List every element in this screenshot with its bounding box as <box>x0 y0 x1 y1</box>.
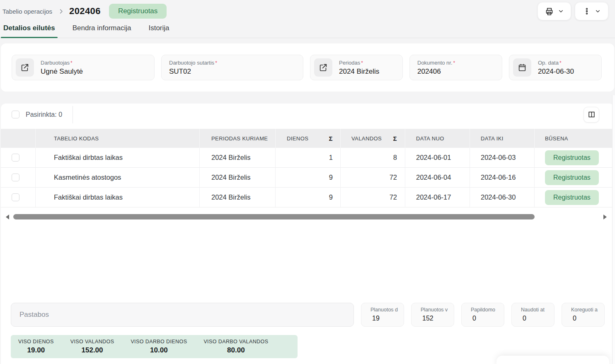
total-viso-darbo-valandos: VISO DARBO VALANDOS 80.00 <box>203 339 268 354</box>
required-asterisk: * <box>70 60 73 66</box>
breadcrumb-chevron-icon <box>58 8 64 14</box>
stat-value: 0 <box>562 315 604 322</box>
stat-box-corrected: Koreguoti a 0 <box>562 303 605 327</box>
sum-icon[interactable]: Σ <box>393 135 397 142</box>
table-row[interactable]: Faktiškai dirbtas laikas 2024 Birželis 9… <box>1 188 614 207</box>
row-checkbox[interactable] <box>12 154 19 162</box>
stat-label: Planuotos d <box>361 307 404 313</box>
print-button[interactable] <box>538 2 571 20</box>
column-header-tabelio-kodas[interactable]: TABELIO KODAS <box>36 129 200 148</box>
cell-data-iki: 2024-06-30 <box>470 188 535 207</box>
column-header-data-nuo[interactable]: DATA NUO <box>405 129 470 148</box>
footer-inputs-row: Planuotos d 19 Planuotos v 152 Papildomo… <box>11 303 605 327</box>
chevron-down-icon <box>595 9 600 14</box>
required-asterisk: * <box>453 60 455 66</box>
stat-box-used-vacation: Naudoti at 0 <box>511 303 554 327</box>
printer-icon <box>545 7 554 16</box>
cell-data-iki: 2024-06-03 <box>470 148 535 167</box>
period-value: 2024 Birželis <box>339 67 379 76</box>
document-number-field[interactable]: Dokumento nr.* 202406 <box>409 55 502 80</box>
table-row[interactable]: Faktiškai dirbtas laikas 2024 Birželis 1… <box>1 148 614 168</box>
cell-data-nuo: 2024-06-17 <box>405 188 470 207</box>
stat-box-planned-days: Planuotos d 19 <box>361 303 404 327</box>
column-header-busena[interactable]: BŪSENA <box>535 129 614 148</box>
more-actions-button[interactable] <box>575 2 608 20</box>
table-header-row: TABELIO KODAS PERIODAS KURIAME DIENOSΣ V… <box>1 129 614 148</box>
select-all-checkbox[interactable] <box>12 111 19 118</box>
cell-dienos: 9 <box>276 168 341 187</box>
header-actions <box>538 2 608 20</box>
total-value: 19.00 <box>18 346 54 354</box>
toolbar-divider <box>73 106 73 123</box>
column-header-valandos[interactable]: VALANDOSΣ <box>341 129 405 148</box>
column-header-periodas[interactable]: PERIODAS KURIAME <box>200 129 276 148</box>
employee-field[interactable]: Darbuotojas* Ugnė Saulytė <box>12 55 155 80</box>
cell-tabelio-kodas: Kasmetinės atostogos <box>36 168 200 187</box>
stat-value: 19 <box>361 315 404 322</box>
field-label: Op. data* <box>538 60 574 66</box>
stat-label: Planuotos v <box>412 307 454 313</box>
cell-tabelio-kodas: Faktiškai dirbtas laikas <box>36 188 200 207</box>
row-status-badge: Registruotas <box>545 190 599 205</box>
total-label: VISO DIENOS <box>18 339 54 345</box>
total-value: 80.00 <box>203 346 268 354</box>
row-checkbox[interactable] <box>12 193 19 201</box>
tab-detalios-eilutes[interactable]: Detalios eilutės <box>2 24 56 38</box>
stat-box-additional: Papildomo 0 <box>461 303 504 327</box>
totals-summary-bar: VISO DIENOS 19.00 VISO VALANDOS 152.00 V… <box>11 335 298 358</box>
total-label: VISO VALANDOS <box>70 339 114 345</box>
required-asterisk: * <box>361 60 363 66</box>
field-label: Periodas* <box>339 60 379 66</box>
total-viso-valandos: VISO VALANDOS 152.00 <box>70 339 114 354</box>
cell-periodas: 2024 Birželis <box>200 148 276 167</box>
cell-data-iki: 2024-06-16 <box>470 168 535 187</box>
cell-periodas: 2024 Birželis <box>200 188 276 207</box>
column-settings-button[interactable] <box>584 107 599 123</box>
chevron-down-icon <box>558 9 564 14</box>
row-status-badge: Registruotas <box>545 170 599 185</box>
horizontal-scrollbar <box>1 212 614 222</box>
period-field[interactable]: Periodas* 2024 Birželis <box>310 55 403 80</box>
columns-icon <box>588 111 596 118</box>
external-link-icon[interactable] <box>314 58 332 77</box>
table-row[interactable]: Kasmetinės atostogos 2024 Birželis 9 72 … <box>1 168 614 188</box>
horizontal-scrollbar-thumb[interactable] <box>13 214 535 219</box>
notes-input[interactable] <box>11 303 354 327</box>
vertical-scrollbar-track[interactable] <box>612 95 615 364</box>
contract-field[interactable]: Darbuotojo sutartis* SUT02 <box>161 55 303 80</box>
stat-value: 0 <box>462 315 504 322</box>
required-asterisk: * <box>215 60 217 66</box>
column-header-data-iki[interactable]: DATA IKI <box>470 129 535 148</box>
tab-istorija[interactable]: Istorija <box>148 24 170 38</box>
document-number-value: 202406 <box>417 67 455 76</box>
operation-date-value: 2024-06-30 <box>538 67 574 76</box>
field-label: Dokumento nr.* <box>417 60 455 66</box>
tab-bendra-informacija[interactable]: Bendra informacija <box>72 24 132 38</box>
cell-valandos: 72 <box>341 168 405 187</box>
contract-value: SUT02 <box>169 67 217 76</box>
column-header-dienos[interactable]: DIENOSΣ <box>276 129 341 148</box>
stat-label: Naudoti at <box>512 307 554 313</box>
cell-dienos: 9 <box>276 188 341 207</box>
cell-valandos: 72 <box>341 188 405 207</box>
external-link-icon[interactable] <box>16 58 34 77</box>
scroll-right-arrow-icon[interactable] <box>603 215 607 219</box>
breadcrumb-root[interactable]: Tabelio operacijos <box>2 8 52 15</box>
field-label: Darbuotojas* <box>41 60 83 66</box>
field-label: Darbuotojo sutartis* <box>169 60 217 66</box>
row-checkbox[interactable] <box>12 174 19 181</box>
selected-count-label: Pasirinkta: 0 <box>26 111 62 118</box>
sum-icon[interactable]: Σ <box>329 135 333 142</box>
detail-lines-card: Pasirinkta: 0 TABELIO KODAS PERIODAS KUR… <box>1 104 614 364</box>
total-viso-darbo-dienos: VISO DARBO DIENOS 10.00 <box>131 339 187 354</box>
employee-value: Ugnė Saulytė <box>41 67 83 76</box>
stat-value: 152 <box>412 315 454 322</box>
calendar-icon[interactable] <box>513 58 531 77</box>
cell-data-nuo: 2024-06-04 <box>405 168 470 187</box>
bottom-right-floating-panel <box>496 356 609 364</box>
cell-tabelio-kodas: Faktiškai dirbtas laikas <box>36 148 200 167</box>
scroll-left-arrow-icon[interactable] <box>6 215 9 219</box>
required-asterisk: * <box>559 60 562 66</box>
status-badge: Registruotas <box>109 4 167 19</box>
operation-date-field[interactable]: Op. data* 2024-06-30 <box>509 55 602 80</box>
